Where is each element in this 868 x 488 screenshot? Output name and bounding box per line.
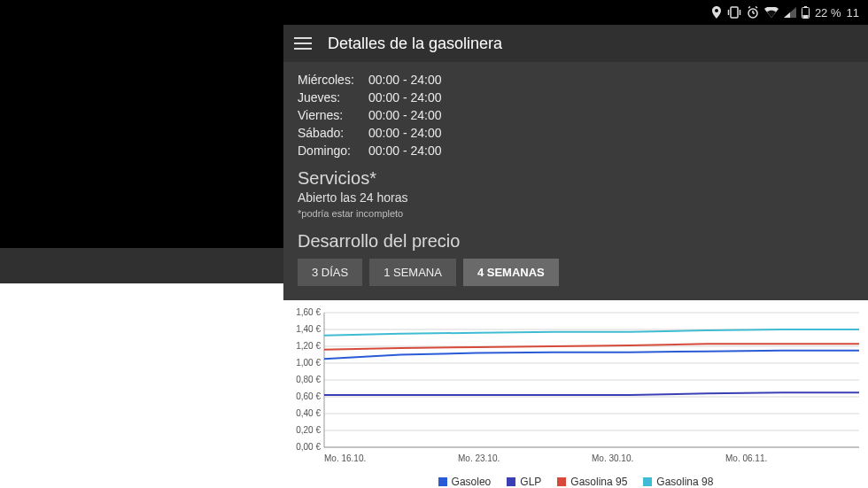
price-development-heading: Desarrollo del precio <box>298 231 854 252</box>
status-bar: 22 % 11 <box>283 0 868 25</box>
chart-legend: Gasoleo GLP Gasolina 95 Gasolina 98 <box>287 470 864 488</box>
svg-line-7 <box>756 7 757 9</box>
battery-icon <box>802 6 810 19</box>
sidebar-white-area <box>0 283 283 488</box>
svg-rect-9 <box>804 6 807 8</box>
svg-rect-10 <box>802 15 808 18</box>
range-tabs: 3 DÍAS 1 SEMANA 4 SEMANAS <box>298 259 854 286</box>
services-heading: Servicios* <box>298 168 854 189</box>
battery-percent: 22 % <box>815 6 841 19</box>
svg-text:1,00 €: 1,00 € <box>296 358 321 368</box>
service-line: Abierto las 24 horas <box>298 190 854 205</box>
page-title: Detalles de la gasolinera <box>328 35 502 53</box>
hours-row: Miércoles:00:00 - 24:00 <box>298 71 854 89</box>
service-note: *podría estar incompleto <box>298 208 854 219</box>
svg-line-6 <box>748 7 750 9</box>
legend-item: Gasolina 98 <box>643 476 713 488</box>
legend-swatch <box>557 477 566 486</box>
phone-panel: 22 % 11 Detalles de la gasolinera Miérco… <box>283 0 868 488</box>
svg-text:Mo. 06.11.: Mo. 06.11. <box>725 453 767 463</box>
vibrate-icon <box>727 6 741 19</box>
signal-icon <box>784 7 796 18</box>
svg-text:Mo. 23.10.: Mo. 23.10. <box>458 453 500 463</box>
hours-row: Jueves:00:00 - 24:00 <box>298 89 854 106</box>
svg-text:0,60 €: 0,60 € <box>296 391 321 401</box>
hours-row: Sábado:00:00 - 24:00 <box>298 124 854 142</box>
alarm-icon <box>747 6 759 19</box>
chart-svg: 0,00 €0,20 €0,40 €0,60 €0,80 €1,00 €1,20… <box>287 307 864 467</box>
sidebar-light-band <box>0 248 283 283</box>
location-icon <box>711 6 722 19</box>
legend-swatch <box>507 477 515 486</box>
svg-text:1,40 €: 1,40 € <box>296 324 321 334</box>
svg-text:0,00 €: 0,00 € <box>296 442 321 452</box>
price-chart: 0,00 €0,20 €0,40 €0,60 €0,80 €1,00 €1,20… <box>283 300 868 488</box>
tab-1-week[interactable]: 1 SEMANA <box>369 259 456 286</box>
svg-text:0,40 €: 0,40 € <box>296 408 321 418</box>
legend-item: Gasoleo <box>438 476 492 488</box>
svg-text:Mo. 16.10.: Mo. 16.10. <box>324 453 366 463</box>
legend-item: Gasolina 95 <box>557 476 627 488</box>
legend-item: GLP <box>507 476 541 488</box>
legend-swatch <box>643 477 652 486</box>
svg-text:Mo. 30.10.: Mo. 30.10. <box>592 453 633 463</box>
svg-text:0,20 €: 0,20 € <box>296 425 321 435</box>
legend-swatch <box>438 477 447 486</box>
title-bar: Detalles de la gasolinera <box>283 25 868 62</box>
svg-text:1,60 €: 1,60 € <box>296 307 321 317</box>
hamburger-icon[interactable] <box>294 37 312 50</box>
details-panel: Miércoles:00:00 - 24:00 Jueves:00:00 - 2… <box>283 62 868 300</box>
opening-hours: Miércoles:00:00 - 24:00 Jueves:00:00 - 2… <box>298 71 854 159</box>
wifi-icon <box>764 7 779 18</box>
tab-4-weeks[interactable]: 4 SEMANAS <box>463 259 559 286</box>
tab-3-days[interactable]: 3 DÍAS <box>298 259 362 286</box>
hours-row: Viernes:00:00 - 24:00 <box>298 106 854 124</box>
svg-text:0,80 €: 0,80 € <box>296 375 321 384</box>
svg-rect-0 <box>731 7 738 18</box>
outer-dark-sidebar <box>0 0 283 488</box>
svg-text:1,20 €: 1,20 € <box>296 341 321 351</box>
hours-row: Domingo:00:00 - 24:00 <box>298 142 854 159</box>
clock: 11 <box>847 6 859 19</box>
